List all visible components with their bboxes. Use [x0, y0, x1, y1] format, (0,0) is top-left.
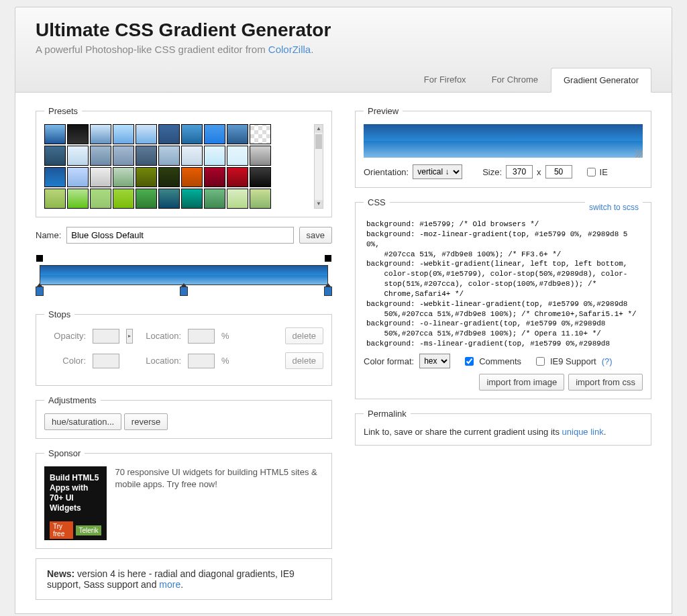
color-stop-2[interactable] [324, 287, 332, 296]
opacity-stop-end[interactable] [324, 254, 332, 262]
preset-swatch-27[interactable] [204, 167, 225, 187]
preset-swatch-15[interactable] [158, 146, 180, 166]
preset-swatch-9[interactable] [250, 124, 271, 144]
preset-swatch-23[interactable] [113, 167, 134, 187]
color-delete-button[interactable]: delete [285, 352, 323, 369]
tab-gradient-generator[interactable]: Gradient Generator [551, 68, 651, 93]
adjustments-legend: Adjustments [44, 395, 101, 405]
color-location-label: Location: [140, 356, 181, 366]
preset-swatch-24[interactable] [136, 167, 157, 187]
sponsor-ad[interactable]: Build HTML5 Apps with 70+ UI Widgets Try… [44, 466, 107, 540]
preset-swatch-30[interactable] [44, 189, 66, 209]
opacity-input[interactable] [93, 329, 119, 344]
name-label: Name: [36, 230, 61, 240]
ie-checkbox[interactable] [587, 168, 596, 176]
css-panel: CSS switch to scss background: #1e5799; … [355, 197, 651, 399]
left-column: Presets ▲ ▼ Name: save [36, 106, 332, 600]
preset-swatch-28[interactable] [227, 167, 248, 187]
opacity-stop-start[interactable] [36, 254, 44, 262]
news-box: News: version 4 is here - radial and dia… [36, 558, 332, 600]
size-x: x [537, 167, 541, 177]
ie9-checkbox[interactable] [536, 357, 545, 366]
scroll-thumb[interactable] [315, 134, 322, 149]
preset-swatch-14[interactable] [136, 146, 157, 166]
tryfree-badge: Try free [50, 521, 73, 539]
preset-swatch-8[interactable] [227, 124, 248, 144]
preset-swatch-10[interactable] [44, 146, 66, 166]
reverse-button[interactable]: reverse [124, 413, 168, 430]
color-stop-0[interactable] [36, 287, 44, 296]
opacity-delete-button[interactable]: delete [285, 327, 323, 344]
header: Ultimate CSS Gradient Generator A powerf… [15, 7, 672, 93]
tabs: For Firefox For Chrome Gradient Generato… [36, 67, 651, 92]
scroll-up-icon[interactable]: ▲ [315, 125, 323, 133]
size-height-input[interactable] [545, 165, 572, 178]
gradient-bar[interactable] [40, 265, 328, 285]
unique-link[interactable]: unique link [562, 427, 604, 437]
preset-swatch-38[interactable] [227, 189, 248, 209]
save-button[interactable]: save [299, 227, 332, 244]
stops-legend: Stops [44, 309, 74, 319]
preset-swatch-29[interactable] [250, 167, 271, 187]
preset-swatch-6[interactable] [181, 124, 203, 144]
css-output[interactable]: background: #1e5799; /* Old browsers */ … [364, 215, 643, 350]
preset-swatch-35[interactable] [158, 189, 180, 209]
hue-saturation-button[interactable]: hue/saturation... [44, 413, 121, 430]
name-input[interactable] [66, 227, 293, 244]
resize-handle-icon[interactable] [635, 150, 643, 158]
help-icon[interactable]: (?) [602, 356, 613, 366]
preset-swatch-34[interactable] [136, 189, 157, 209]
stops-panel: Stops Opacity: ▸ Location: % delete Colo… [36, 309, 332, 386]
preset-swatch-20[interactable] [44, 167, 66, 187]
comments-checkbox[interactable] [465, 357, 474, 366]
color-stop-1[interactable] [180, 287, 188, 296]
import-from-css-button[interactable]: import from css [568, 374, 643, 391]
scroll-down-icon[interactable]: ▼ [315, 200, 323, 208]
preset-swatch-33[interactable] [113, 189, 134, 209]
subtitle: A powerful Photoshop-like CSS gradient e… [36, 44, 651, 55]
preset-swatch-21[interactable] [67, 167, 89, 187]
color-format-select[interactable]: hex [419, 354, 450, 368]
color-input[interactable] [93, 354, 119, 368]
news-more-link[interactable]: more [159, 579, 180, 590]
preset-swatch-16[interactable] [181, 146, 203, 166]
orientation-select[interactable]: vertical ↓ [413, 164, 462, 179]
sponsor-text: 70 responsive UI widgets for building HT… [115, 466, 323, 491]
preset-swatch-25[interactable] [158, 167, 180, 187]
preset-swatch-0[interactable] [44, 124, 66, 144]
size-width-input[interactable] [506, 165, 533, 178]
opacity-picker-icon[interactable]: ▸ [126, 329, 133, 344]
preset-swatch-39[interactable] [250, 189, 271, 209]
colorzilla-link[interactable]: ColorZilla [268, 44, 311, 55]
ie9-label: IE9 Support [550, 356, 596, 366]
tab-firefox[interactable]: For Firefox [411, 67, 479, 92]
preset-swatch-26[interactable] [181, 167, 203, 187]
tab-chrome[interactable]: For Chrome [479, 67, 551, 92]
preset-swatch-4[interactable] [136, 124, 157, 144]
gradient-editor[interactable] [40, 253, 328, 301]
presets-scrollbar[interactable]: ▲ ▼ [314, 124, 323, 209]
preset-swatch-18[interactable] [227, 146, 248, 166]
permalink-text-pre: Link to, save or share the current gradi… [364, 427, 562, 437]
preset-swatch-22[interactable] [90, 167, 111, 187]
preset-swatch-17[interactable] [204, 146, 225, 166]
preset-swatch-13[interactable] [113, 146, 134, 166]
preset-swatch-12[interactable] [90, 146, 111, 166]
size-label: Size: [482, 167, 502, 177]
preset-swatch-11[interactable] [67, 146, 89, 166]
color-label: Color: [44, 356, 86, 366]
preset-swatch-19[interactable] [250, 146, 271, 166]
preset-swatch-31[interactable] [67, 189, 89, 209]
opacity-location-input[interactable] [188, 329, 215, 344]
import-from-image-button[interactable]: import from image [479, 374, 564, 391]
preset-swatch-36[interactable] [181, 189, 203, 209]
preset-swatch-5[interactable] [158, 124, 180, 144]
preset-swatch-1[interactable] [67, 124, 89, 144]
color-location-input[interactable] [188, 354, 215, 368]
preset-swatch-3[interactable] [113, 124, 134, 144]
switch-scss-link[interactable]: switch to scss [589, 203, 639, 212]
preset-swatch-37[interactable] [204, 189, 225, 209]
preset-swatch-7[interactable] [204, 124, 225, 144]
preset-swatch-2[interactable] [90, 124, 111, 144]
preset-swatch-32[interactable] [90, 189, 111, 209]
